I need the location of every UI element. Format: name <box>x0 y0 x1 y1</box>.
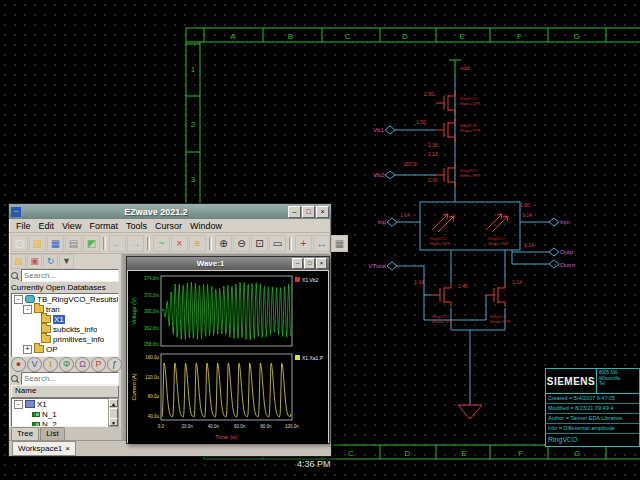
database-toolbar: ▨▣↻▼ <box>9 254 121 269</box>
workspace-close-icon[interactable]: × <box>65 443 70 455</box>
tree-item-TB_RingVCO_ResultsPa[interactable]: -TB_RingVCO_ResultsPa <box>12 294 118 304</box>
waveform-plot[interactable]: 374.0m370.0m366.0m362.0m358.0m160.0u120.… <box>128 271 328 444</box>
filter-icon[interactable]: ▼ <box>59 254 74 269</box>
database-search-input[interactable] <box>21 269 119 282</box>
tree-item-primitives_info[interactable]: primitives_info <box>12 334 118 344</box>
svg-text:A: A <box>230 32 236 41</box>
undo-icon[interactable]: ← <box>109 235 126 252</box>
refresh-icon[interactable]: ↻ <box>43 254 58 269</box>
svg-text:C: C <box>345 32 351 41</box>
expander-icon[interactable]: - <box>14 400 23 409</box>
close-db-icon[interactable]: ▣ <box>27 254 42 269</box>
chip-icon <box>25 400 35 408</box>
tab-tree[interactable]: Tree <box>11 427 39 440</box>
menu-window[interactable]: Window <box>186 221 226 231</box>
legend-label[interactable]: X1.Vb2 <box>302 277 319 283</box>
toolbar-separator <box>147 237 150 250</box>
wave-maximize-button[interactable]: □ <box>304 258 315 269</box>
menu-edit[interactable]: Edit <box>35 221 59 231</box>
database-tree: -TB_RingVCO_ResultsPa-tranX1subckts_info… <box>11 293 119 357</box>
expression-icon[interactable]: ƒ <box>107 357 122 372</box>
svg-text:B: B <box>288 32 293 41</box>
phase-icon[interactable]: Φ <box>59 357 74 372</box>
database-search-row <box>9 269 121 282</box>
minimize-button[interactable]: – <box>288 206 301 218</box>
voltage-icon[interactable]: V <box>27 357 42 372</box>
schematic-label: Vb1 <box>373 127 384 133</box>
signal-icon <box>32 412 40 417</box>
tree-item-N_2[interactable]: N_2 <box>12 419 108 427</box>
svg-text:1: 1 <box>191 65 196 74</box>
expander-icon[interactable]: + <box>23 345 32 354</box>
wave-close-button[interactable]: × <box>316 258 327 269</box>
current-icon[interactable]: I <box>43 357 58 372</box>
toolbar-separator <box>209 237 212 250</box>
schematic-label: Mode=TPR <box>460 101 480 106</box>
measure-icon[interactable]: ↔ <box>313 235 330 252</box>
svg-text:366.0m: 366.0m <box>144 309 159 314</box>
schematic-label: 2.13 <box>428 151 438 157</box>
zoom-box-icon[interactable]: ▭ <box>269 235 286 252</box>
schematic-label: 1.40 <box>458 283 468 289</box>
maximize-button[interactable]: □ <box>302 206 315 218</box>
tree-item-OP[interactable]: +OP <box>12 344 118 354</box>
signal-tree-scrollbar[interactable]: ▲ ▼ <box>108 398 119 427</box>
expander-icon[interactable]: - <box>14 295 23 304</box>
svg-text:362.0m: 362.0m <box>144 326 159 331</box>
menu-format[interactable]: Format <box>85 221 122 231</box>
mdi-area: Wave:1 – □ × 374.0m370.0m366.0m362.0m358… <box>123 254 331 440</box>
delete-wave-icon[interactable]: × <box>171 235 188 252</box>
power-icon[interactable]: P <box>91 357 106 372</box>
menu-view[interactable]: View <box>58 221 85 231</box>
ezwave-titlebar[interactable]: ~ EZwave 2021.2 – □ × <box>9 204 331 219</box>
open-icon[interactable]: ▨ <box>29 235 46 252</box>
signal-search-input[interactable] <box>21 372 119 385</box>
wave-titlebar[interactable]: Wave:1 – □ × <box>127 257 329 270</box>
svg-text:0.0: 0.0 <box>158 424 165 429</box>
wave-minimize-button[interactable]: – <box>292 258 303 269</box>
zoom-fit-icon[interactable]: ⊡ <box>251 235 268 252</box>
new-icon[interactable]: ▢ <box>11 235 28 252</box>
main-toolbar: ▢▨▦▤◩←→~×≡⊕⊖⊡▭+↔▦ <box>9 233 331 254</box>
title-block-author: Author = Tanner EDA Libraries <box>546 414 639 424</box>
tab-list[interactable]: List <box>40 427 64 440</box>
scroll-down-icon[interactable]: ▼ <box>109 418 118 426</box>
tree-item-tran[interactable]: -tran <box>12 304 118 314</box>
add-wave-icon[interactable]: ~ <box>153 235 170 252</box>
open-db-icon[interactable]: ▨ <box>11 254 26 269</box>
menu-file[interactable]: File <box>12 221 35 231</box>
svg-text:Voltage (V): Voltage (V) <box>131 297 137 324</box>
redo-icon[interactable]: → <box>127 235 144 252</box>
svg-text:F: F <box>517 32 522 41</box>
ohm-icon[interactable]: Ω <box>75 357 90 372</box>
grid-icon[interactable]: ▦ <box>331 235 348 252</box>
cursor-icon[interactable]: + <box>295 235 312 252</box>
scroll-up-icon[interactable]: ▲ <box>109 399 118 407</box>
schematic-label: Vb2 <box>373 172 384 178</box>
name-column-header[interactable]: Name <box>11 385 119 398</box>
print-icon[interactable]: ▤ <box>65 235 82 252</box>
save-icon[interactable]: ▦ <box>47 235 64 252</box>
workspace-tab[interactable]: Workspace1 × <box>12 441 76 456</box>
svg-text:60.0n: 60.0n <box>234 424 246 429</box>
folder-icon <box>41 315 51 323</box>
legend-swatch <box>295 355 300 360</box>
snapshot-icon[interactable]: ◩ <box>83 235 100 252</box>
desktop: ABCDEFGCDEFGvdd2.50RingVCOMode=TPR1.50Vb… <box>0 0 640 480</box>
overlay-icon[interactable]: ≡ <box>189 235 206 252</box>
zoom-out-icon[interactable]: ⊖ <box>233 235 250 252</box>
legend-label[interactable]: X1.Xa1.P <box>302 355 324 361</box>
tree-item-X1[interactable]: -X1 <box>12 399 108 409</box>
window-title: EZwave 2021.2 <box>24 207 288 217</box>
expander-icon[interactable]: - <box>23 305 32 314</box>
zoom-in-icon[interactable]: ⊕ <box>215 235 232 252</box>
tree-item-N_1[interactable]: N_1 <box>12 409 108 419</box>
all-signals-icon[interactable]: ● <box>11 357 26 372</box>
tree-item-X1[interactable]: X1 <box>12 314 118 324</box>
tree-item-subckts_info[interactable]: subckts_info <box>12 324 118 334</box>
svg-text:Current (A): Current (A) <box>131 373 137 400</box>
close-button[interactable]: × <box>316 206 329 218</box>
menu-cursor[interactable]: Cursor <box>151 221 186 231</box>
menu-tools[interactable]: Tools <box>122 221 151 231</box>
address-line: Tel: <box>599 381 637 387</box>
